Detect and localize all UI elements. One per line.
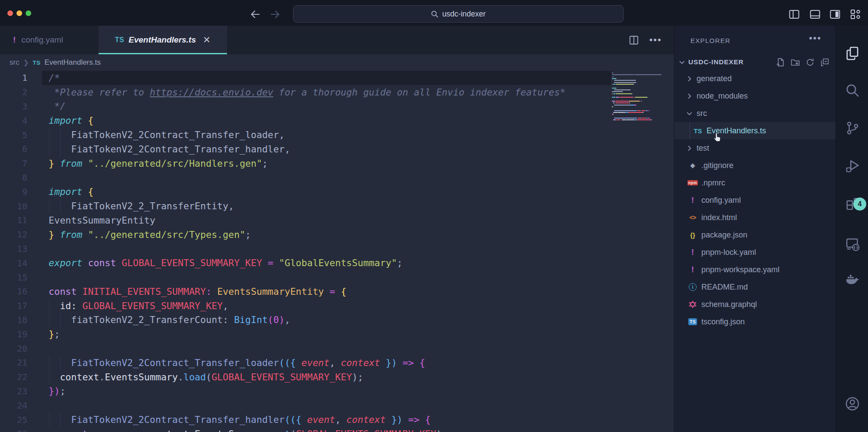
line-number: 15 (0, 272, 27, 283)
code-line-8[interactable]: 8 (0, 171, 674, 185)
code-line-12[interactable]: 12} from "../generated/src/Types.gen"; (0, 228, 674, 242)
code-line-13[interactable]: 13 (0, 242, 674, 256)
code-line-11[interactable]: 11EventsSummaryEntity (0, 213, 674, 228)
tree-item-config.yaml[interactable]: !config.yaml (674, 191, 835, 209)
command-search-input[interactable]: usdc-indexer (293, 5, 624, 23)
project-root-row[interactable]: USDC-INDEXER (674, 54, 835, 70)
run-debug-activity-icon[interactable] (836, 158, 868, 173)
new-folder-icon[interactable] (791, 58, 800, 67)
account-activity-icon[interactable] (836, 396, 868, 411)
tree-item-README.md[interactable]: iREADME.md (674, 278, 835, 296)
code-line-7[interactable]: 7} from "../generated/src/Handlers.gen"; (0, 156, 674, 171)
tab-bar: !config.yamlTSEventHandlers.ts✕ ••• (0, 26, 674, 54)
tree-item-schema.graphql[interactable]: schema.graphql (674, 296, 835, 313)
minimize-window-button[interactable] (16, 10, 22, 16)
toggle-right-panel-icon[interactable] (829, 9, 841, 20)
code-line-2[interactable]: 2 *Please refer to https://docs.envio.de… (0, 85, 674, 99)
tree-item-src[interactable]: src (674, 105, 835, 122)
line-number: 9 (0, 187, 27, 197)
tab-config.yaml[interactable]: !config.yaml (3, 26, 72, 54)
code-line-24[interactable]: 24 (0, 398, 674, 412)
toggle-bottom-panel-icon[interactable] (809, 9, 821, 20)
breadcrumb[interactable]: src ❯ TS EventHandlers.ts (0, 54, 674, 71)
tree-item-label: .npmrc (701, 178, 725, 188)
file-tree: generatednode_modulessrcTSEventHandlers.… (674, 70, 835, 330)
code-line-16[interactable]: 16const INITIAL_EVENTS_SUMMARY: EventsSu… (0, 284, 674, 299)
tab-label: EventHandlers.ts (128, 35, 196, 45)
minimap[interactable] (612, 73, 661, 121)
code-line-15[interactable]: 15 (0, 270, 674, 284)
code-line-23[interactable]: 23}); (0, 384, 674, 399)
code-line-26[interactable]: 26 const summary = context.EventsSummary… (0, 427, 674, 432)
tree-item-pnpm-workspace.yaml[interactable]: !pnpm-workspace.yaml (674, 261, 835, 278)
readme-info-icon: i (689, 283, 697, 291)
code-line-21[interactable]: 21 FiatTokenV2_2Contract_Transfer_loader… (0, 356, 674, 370)
new-file-icon[interactable] (776, 58, 785, 67)
code-line-22[interactable]: 22 context.EventsSummary.load(GLOBAL_EVE… (0, 370, 674, 384)
git-file-icon: ◆ (690, 162, 695, 169)
code-line-14[interactable]: 14export const GLOBAL_EVENTS_SUMMARY_KEY… (0, 256, 674, 270)
editor-more-actions-icon[interactable]: ••• (649, 34, 662, 46)
toggle-left-panel-icon[interactable] (789, 9, 800, 20)
line-number: 13 (0, 244, 27, 254)
line-number: 8 (0, 172, 27, 183)
breadcrumb-folder[interactable]: src (10, 58, 20, 67)
split-editor-icon[interactable] (629, 35, 639, 45)
forward-arrow-icon[interactable] (270, 9, 281, 20)
remote-activity-icon[interactable] (836, 237, 868, 251)
code-line-1[interactable]: 1/* (0, 71, 674, 85)
code-line-18[interactable]: 18 fiatTokenV2_2_TransferCount: BigInt(0… (0, 313, 674, 327)
source-control-activity-icon[interactable] (836, 121, 868, 135)
code-line-4[interactable]: 4import { (0, 113, 674, 128)
code-line-3[interactable]: 3 */ (0, 99, 674, 114)
code-line-6[interactable]: 6 FiatTokenV2_2Contract_Transfer_handler… (0, 142, 674, 156)
docker-activity-icon[interactable] (836, 272, 868, 287)
tree-item-index.html[interactable]: <>index.html (674, 209, 835, 226)
breadcrumb-file[interactable]: EventHandlers.ts (45, 58, 101, 67)
line-number: 24 (0, 400, 27, 411)
code-line-19[interactable]: 19}; (0, 327, 674, 341)
tree-item-label: schema.graphql (701, 300, 757, 309)
line-number: 26 (0, 429, 27, 432)
tree-item-EventHandlers.ts[interactable]: TSEventHandlers.ts (674, 122, 835, 139)
tree-item-.gitignore[interactable]: ◆.gitignore (674, 157, 835, 174)
code-line-10[interactable]: 10 FiatTokenV2_2_TransferEntity, (0, 199, 674, 213)
collapse-all-icon[interactable] (820, 58, 829, 67)
npm-file-icon: npm (687, 180, 698, 185)
code-line-20[interactable]: 20 (0, 341, 674, 356)
close-tab-icon[interactable]: ✕ (203, 35, 211, 45)
typescript-file-icon: TS (33, 59, 40, 66)
tree-item-tsconfig.json[interactable]: TStsconfig.json (674, 313, 835, 330)
yaml-file-icon: ! (691, 196, 694, 205)
extensions-badge: 4 (853, 198, 866, 211)
explorer-activity-icon[interactable] (836, 46, 868, 61)
html-file-icon: <> (690, 214, 696, 221)
tree-item-generated[interactable]: generated (674, 70, 835, 87)
code-line-17[interactable]: 17 id: GLOBAL_EVENTS_SUMMARY_KEY, (0, 299, 674, 313)
tree-item-node_modules[interactable]: node_modules (674, 87, 835, 105)
tab-EventHandlers.ts[interactable]: TSEventHandlers.ts✕ (99, 26, 227, 54)
explorer-more-actions-icon[interactable]: ••• (809, 33, 822, 44)
back-arrow-icon[interactable] (250, 9, 261, 20)
line-number: 12 (0, 229, 27, 240)
code-editor[interactable]: 1/*2 *Please refer to https://docs.envio… (0, 71, 674, 432)
explorer-title: EXPLORER (690, 37, 730, 44)
typescript-file-icon: TS (694, 127, 702, 135)
tree-item-pnpm-lock.yaml[interactable]: !pnpm-lock.yaml (674, 244, 835, 261)
tree-indent-guide (690, 122, 690, 139)
code-line-5[interactable]: 5 FiatTokenV2_2Contract_Transfer_loader, (0, 128, 674, 142)
code-line-9[interactable]: 9import { (0, 185, 674, 199)
refresh-icon[interactable] (806, 58, 815, 67)
customize-layout-icon[interactable] (850, 9, 861, 20)
tree-item-.npmrc[interactable]: npm.npmrc (674, 174, 835, 191)
tree-item-package.json[interactable]: {}package.json (674, 226, 835, 244)
tree-item-label: config.yaml (701, 196, 741, 205)
close-window-button[interactable] (7, 10, 13, 16)
titlebar: usdc-indexer (0, 0, 868, 26)
code-line-25[interactable]: 25 FiatTokenV2_2Contract_Transfer_handle… (0, 412, 674, 427)
search-activity-icon[interactable] (836, 83, 868, 98)
line-number: 3 (0, 101, 27, 112)
explorer-sidebar: EXPLORER ••• USDC-INDEXER generatednode_… (674, 26, 835, 432)
tree-item-test[interactable]: test (674, 139, 835, 157)
maximize-window-button[interactable] (26, 10, 31, 16)
